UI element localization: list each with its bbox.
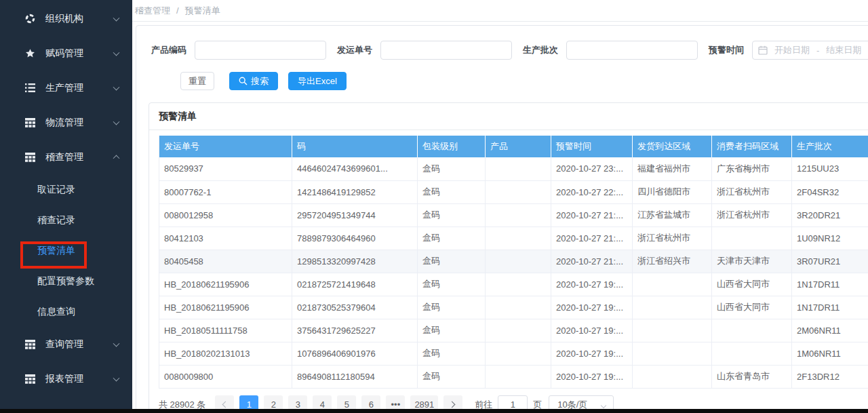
table-row[interactable]: 8052993744646024743699601...盒码2020-10-27… [159,157,868,180]
table-row[interactable]: 804121037889879306464960盒码2020-10-27 21:… [159,227,868,250]
button-row: 重置 搜索 导出Excel [136,72,868,90]
warning-list-card: 预警清单 发运单号码包装级别产品预警时间发货到达区域消费者扫码区域生产批次 80… [149,102,868,409]
page-button[interactable]: 2891 [410,395,438,410]
table-row[interactable]: 80007762-11421486419129852盒码2020-10-27 2… [159,180,868,203]
shipping-order-input[interactable] [380,41,512,60]
table-cell: 四川省德阳市 [633,180,712,203]
production-batch-label: 生产批次 [523,44,558,56]
product-code-input[interactable] [195,41,326,60]
table-cell: 3756431729625227 [292,319,418,342]
product-code-label: 产品编码 [151,44,186,56]
table-cell: 2020-10-27 21:... [551,203,633,227]
chevron-up-icon [113,155,120,161]
page-button[interactable]: 4 [313,395,332,410]
list-icon [25,83,35,93]
card-title: 预警清单 [149,103,868,130]
prev-page-button[interactable] [215,395,234,410]
page-button[interactable]: 3 [288,395,307,410]
page-size-select[interactable]: 10条/页 [549,395,614,410]
breadcrumb-separator: / [176,5,179,16]
page-button[interactable]: 1 [239,395,258,410]
table-cell: 江苏省盐城市 [633,203,712,227]
table-cell [486,203,551,227]
sidebar-subitem-label: 信息查询 [37,306,75,318]
page-ellipsis[interactable]: ••• [386,395,405,410]
table-cell: 1215UU23 [792,157,868,180]
page-button[interactable]: 5 [337,395,356,410]
table-cell: 盒码 [418,296,486,319]
chevron-down-icon [113,49,120,56]
table-cell: 浙江省杭州市 [712,180,792,203]
table-cell: 2020-10-27 21:... [551,250,633,273]
sidebar-item[interactable]: 组织机构 [0,1,132,36]
table-body: 8052993744646024743699601...盒码2020-10-27… [159,157,868,388]
sidebar-subitem[interactable]: 稽查记录 [0,205,132,235]
table-cell [633,365,712,388]
table-cell: HB_20180621195906 [159,296,292,319]
breadcrumb-item-parent[interactable]: 稽查管理 [135,5,170,17]
table-cell: 1M06NR11 [792,342,868,365]
chevron-right-icon [449,401,456,408]
table-cell: 7889879306464960 [292,227,418,250]
table-cell: 盒码 [418,273,486,296]
date-range-input[interactable]: 开始日期 - 结束日期 [752,41,868,60]
table-cell: 盒码 [418,227,486,250]
table-cell: 盒码 [418,203,486,227]
table-cell: 山东省青岛市 [712,365,792,388]
sidebar-item[interactable]: 物流管理 [0,105,132,140]
table-row[interactable]: HB_201805111117583756431729625227盒码2020-… [159,319,868,342]
sidebar-item[interactable]: 生产管理 [0,71,132,105]
column-header: 发运单号 [159,136,292,157]
breadcrumb-item-current: 预警清单 [185,5,220,17]
sidebar-submenu: 取证记录稽查记录预警清单配置预警参数信息查询 [0,174,132,327]
table-row[interactable]: 00800129582957204951349744盒码2020-10-27 2… [159,203,868,227]
sidebar-subitem[interactable]: 信息查询 [0,296,132,327]
sidebar-item-label: 物流管理 [45,117,83,129]
table-cell: 2957204951349744 [292,203,418,227]
table-cell [486,365,551,388]
table-cell: 1N17DR11 [792,273,868,296]
table-row[interactable]: 00800098008964908112180594盒码2020-10-27 1… [159,365,868,388]
table-row[interactable]: 804054581298513320997428盒码2020-10-27 21:… [159,250,868,273]
page-buttons: 123456•••2891 [237,395,441,410]
chevron-down-icon [601,402,606,408]
table-wrapper: 发运单号码包装级别产品预警时间发货到达区域消费者扫码区域生产批次 8052993… [159,136,868,389]
page-button[interactable]: 6 [361,395,380,410]
table-row[interactable]: HB_201802021310131076896406901976盒码2020-… [159,342,868,365]
chevron-down-icon [113,14,120,21]
table-cell: 盒码 [418,342,486,365]
production-batch-input[interactable] [566,41,698,60]
page-unit-label: 页 [533,399,542,410]
sidebar-subitem[interactable]: 取证记录 [0,174,132,205]
sidebar-subitem[interactable]: 预警清单 [0,235,132,266]
table-cell: 2020-10-27 23:... [551,157,633,180]
goto-page-input[interactable] [498,395,528,410]
table-cell: 44646024743699601... [292,157,418,180]
table-cell: 0080012958 [159,203,292,227]
search-button[interactable]: 搜索 [229,72,278,90]
table-row[interactable]: HB_201806211959060218725721419648盒码2020-… [159,273,868,296]
filter-row: 产品编码 发运单号 生产批次 预警时间 开始日期 - 结束日期 [136,26,868,60]
table-cell [486,342,551,365]
sidebar-item[interactable]: 赋码管理 [0,36,132,71]
column-header: 消费者扫码区域 [712,136,792,157]
shipping-order-label: 发运单号 [337,44,372,56]
sidebar-item[interactable]: 稽查管理 [0,140,132,174]
table-cell: 山西省大同市 [712,273,792,296]
next-page-button[interactable] [443,395,462,410]
table-cell: 盒码 [418,157,486,180]
table-row[interactable]: HB_201806211959060218730525379604盒码2020-… [159,296,868,319]
table-cell: 80529937 [159,157,292,180]
table-cell [712,342,792,365]
table-cell: 2M06NR11 [792,319,868,342]
page-button[interactable]: 2 [264,395,283,410]
table-cell: 1U09NR12 [792,227,868,250]
table-header-row: 发运单号码包装级别产品预警时间发货到达区域消费者扫码区域生产批次 [159,136,868,157]
sidebar-item[interactable]: 查询管理 [0,327,132,361]
sidebar-item-label: 组织机构 [45,13,83,25]
sidebar-subitem[interactable]: 配置预警参数 [0,266,132,296]
export-excel-button[interactable]: 导出Excel [288,72,347,90]
grid-icon [25,152,35,162]
sidebar-item[interactable]: 报表管理 [0,361,132,396]
reset-button[interactable]: 重置 [180,72,214,90]
